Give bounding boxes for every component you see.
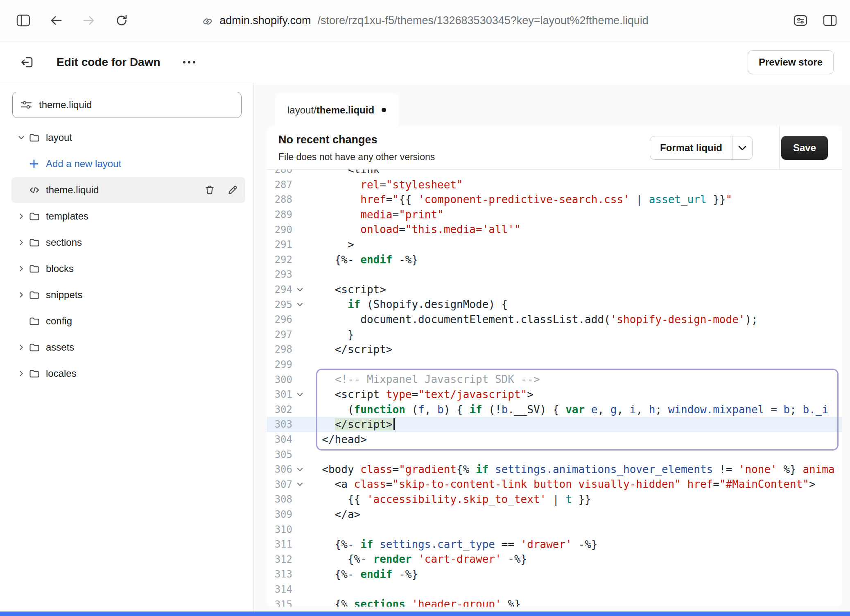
tab-path-prefix: layout/ — [287, 104, 316, 116]
code-line-290[interactable]: onload="this.media='all'" — [309, 222, 842, 237]
sidebar-item-assets[interactable]: assets — [11, 334, 245, 360]
fold-toggle-icon[interactable] — [292, 467, 307, 472]
sidebar-item-sections[interactable]: sections — [11, 229, 245, 256]
code-line-296[interactable]: document.documentElement.classList.add('… — [309, 312, 842, 327]
code-line-302[interactable]: (function (f, b) { if (!b.__SV) { var e,… — [309, 402, 842, 417]
line-number: 286 — [267, 170, 292, 175]
format-liquid-label: Format liquid — [650, 136, 732, 159]
code-line-303[interactable]: </script> — [309, 417, 842, 432]
code-line-314[interactable] — [309, 582, 842, 597]
line-number: 297 — [267, 329, 292, 340]
line-number: 292 — [267, 254, 292, 265]
code-line-301[interactable]: <script type="text/javascript"> — [309, 387, 842, 402]
line-number: 303 — [267, 419, 292, 430]
sidebar-item-locales[interactable]: locales — [11, 360, 245, 387]
fold-toggle-icon[interactable] — [292, 288, 307, 292]
line-number: 291 — [267, 239, 292, 250]
folder-icon — [29, 237, 46, 248]
address-bar[interactable]: admin.shopify.com/store/rzq1xu-f5/themes… — [201, 14, 648, 27]
code-line-300[interactable]: <!-- Mixpanel Javascript SDK --> — [309, 372, 842, 387]
code-editor[interactable]: 2862872882892902912922932942952962972982… — [267, 170, 842, 607]
code-line-299[interactable] — [309, 357, 842, 372]
chevron-right-icon[interactable] — [14, 212, 29, 221]
sidebar-item-label: sections — [46, 237, 82, 248]
code-line-309[interactable]: </a> — [309, 507, 842, 522]
chevron-right-icon[interactable] — [14, 290, 29, 299]
sidebar-item-snippets[interactable]: snippets — [11, 282, 245, 308]
sidebar-item-label: snippets — [46, 289, 82, 301]
code-line-308[interactable]: {{ 'accessibility.skip_to_text' | t }} — [309, 492, 842, 507]
reload-button-icon[interactable] — [114, 13, 129, 28]
save-button[interactable]: Save — [781, 136, 828, 160]
code-line-312[interactable]: {%- render 'cart-drawer' -%} — [309, 552, 842, 567]
line-number: 288 — [267, 194, 292, 205]
back-button-icon[interactable] — [48, 13, 64, 28]
line-number: 298 — [267, 344, 292, 355]
folder-icon — [29, 211, 46, 222]
line-number: 301 — [267, 389, 292, 400]
rename-file-icon[interactable] — [226, 183, 240, 197]
chevron-right-icon[interactable] — [14, 369, 29, 378]
search-input[interactable] — [39, 99, 234, 111]
sidebar-item-blocks[interactable]: blocks — [11, 256, 245, 282]
fold-toggle-icon[interactable] — [292, 482, 307, 487]
chevron-down-icon[interactable] — [14, 133, 29, 142]
line-number: 313 — [267, 568, 292, 580]
app-header: Edit code for Dawn Preview store — [0, 41, 850, 83]
chevron-right-icon[interactable] — [14, 343, 29, 352]
browser-sidebar-toggle-icon[interactable] — [16, 13, 31, 28]
code-line-295[interactable]: if (Shopify.designMode) { — [309, 297, 842, 312]
code-line-306[interactable]: <body class="gradient{% if settings.anim… — [309, 462, 842, 477]
code-line-310[interactable] — [309, 522, 842, 537]
sidebar-item-theme-liquid[interactable]: theme.liquid — [11, 177, 245, 203]
line-number-gutter: 2862872882892902912922932942952962972982… — [267, 170, 308, 607]
line-number: 306 — [267, 464, 292, 475]
folder-icon — [29, 289, 46, 301]
forward-button-icon[interactable] — [81, 13, 97, 28]
code-line-304[interactable]: </head> — [309, 432, 842, 447]
code-line-297[interactable]: } — [309, 327, 842, 342]
code-file-icon — [29, 184, 46, 196]
tab-theme-liquid[interactable]: layout/theme.liquid — [275, 93, 398, 127]
more-actions-icon[interactable] — [179, 54, 199, 70]
sidebar-item-templates[interactable]: templates — [11, 203, 245, 229]
shopify-code-editor-window: admin.shopify.com/store/rzq1xu-f5/themes… — [0, 0, 850, 616]
sidebar-item-layout[interactable]: layout — [11, 125, 245, 151]
folder-icon — [29, 263, 46, 274]
chevron-right-icon[interactable] — [14, 238, 29, 247]
editor-card: No recent changes File does not have any… — [267, 126, 842, 607]
code-line-311[interactable]: {%- if settings.cart_type == 'drawer' -%… — [309, 537, 842, 552]
code-line-289[interactable]: media="print" — [309, 207, 842, 222]
line-number: 312 — [267, 554, 292, 565]
line-number: 296 — [267, 314, 292, 325]
line-number: 311 — [267, 539, 292, 550]
exit-code-editor-icon[interactable] — [16, 52, 38, 73]
file-search[interactable] — [12, 92, 242, 118]
fold-toggle-icon[interactable] — [292, 302, 307, 307]
line-number: 287 — [267, 179, 292, 190]
preview-store-button[interactable]: Preview store — [748, 50, 834, 74]
code-line-293[interactable] — [309, 267, 842, 282]
code-line-305[interactable] — [309, 447, 842, 462]
split-view-icon[interactable] — [822, 13, 838, 28]
code-line-291[interactable]: > — [309, 237, 842, 252]
code-pane[interactable]: <link rel="stylesheet" href="{{ 'compone… — [309, 170, 842, 607]
sidebar-item-config[interactable]: config — [11, 308, 245, 334]
sidebar-item-add-a-new-layout[interactable]: Add a new layout — [11, 151, 245, 177]
fold-toggle-icon[interactable] — [292, 392, 307, 397]
code-line-288[interactable]: href="{{ 'component-predictive-search.cs… — [309, 192, 842, 207]
chevron-down-icon[interactable] — [732, 136, 752, 159]
code-line-315[interactable]: {% sections 'header-group' %} — [309, 597, 842, 607]
delete-file-icon[interactable] — [203, 183, 217, 197]
extensions-icon[interactable] — [793, 13, 808, 28]
code-line-287[interactable]: rel="stylesheet" — [309, 177, 842, 192]
sidebar-item-label: assets — [46, 342, 74, 353]
code-line-307[interactable]: <a class="skip-to-content-link button vi… — [309, 477, 842, 492]
code-line-286[interactable]: <link — [309, 170, 842, 177]
code-line-294[interactable]: <script> — [309, 282, 842, 297]
code-line-298[interactable]: </script> — [309, 342, 842, 357]
chevron-right-icon[interactable] — [14, 264, 29, 273]
code-line-292[interactable]: {%- endif -%} — [309, 252, 842, 267]
code-line-313[interactable]: {%- endif -%} — [309, 567, 842, 582]
format-liquid-button[interactable]: Format liquid — [650, 136, 753, 160]
